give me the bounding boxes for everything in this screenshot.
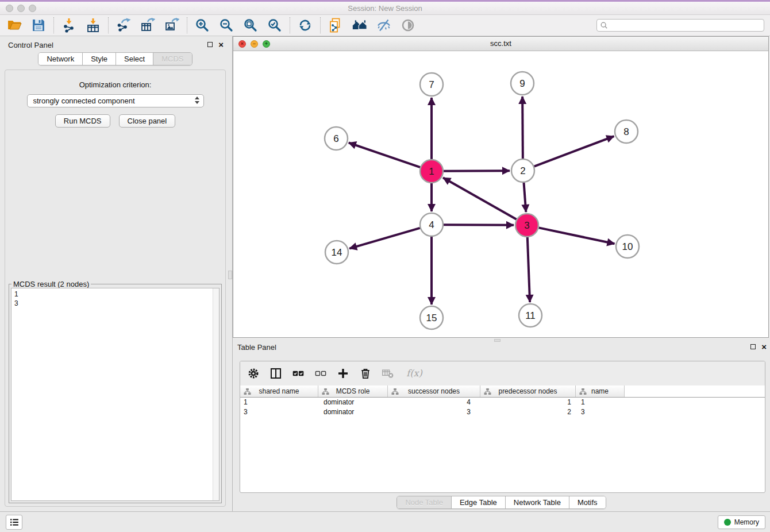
table-toolbar: f(x) <box>240 361 765 385</box>
graph-edge-2-9[interactable] <box>522 97 523 159</box>
graph-node-label: 3 <box>524 220 529 231</box>
copy-network-icon[interactable] <box>328 18 343 33</box>
tab-network-table[interactable]: Network Table <box>506 496 569 508</box>
network-minimize-button[interactable]: − <box>251 40 258 48</box>
table-cell: 1 <box>576 398 625 407</box>
refresh-layout-icon[interactable] <box>298 18 313 33</box>
graph-edge-3-1[interactable] <box>443 178 517 219</box>
search-input[interactable] <box>608 20 761 30</box>
table-row[interactable]: 1dominator411 <box>240 398 765 407</box>
table-cell: 3 <box>240 407 318 417</box>
close-panel-icon[interactable]: × <box>218 41 224 48</box>
home-networks-icon[interactable] <box>352 18 367 33</box>
graph-node-label: 14 <box>332 247 342 258</box>
graph-edge-3-11[interactable] <box>528 237 530 302</box>
zoom-selected-icon[interactable] <box>267 18 282 33</box>
tab-select[interactable]: Select <box>116 53 153 65</box>
add-column-icon[interactable] <box>337 367 349 380</box>
tab-edge-table[interactable]: Edge Table <box>452 496 506 508</box>
criterion-value: strongly connected component <box>33 97 135 105</box>
list-icon <box>9 516 20 528</box>
result-scrollbar[interactable] <box>213 288 219 500</box>
table-cell: 1 <box>480 398 576 407</box>
criterion-select[interactable]: strongly connected component <box>27 94 204 107</box>
toolbar-group-4 <box>290 18 320 33</box>
network-maximize-button[interactable]: + <box>263 40 270 48</box>
graph-edge-2-8[interactable] <box>534 136 614 166</box>
select-all-columns-icon[interactable] <box>292 367 305 380</box>
memory-button[interactable]: Memory <box>718 515 765 529</box>
tab-motifs[interactable]: Motifs <box>569 496 606 508</box>
table-cell: 4 <box>388 398 480 407</box>
export-table-icon[interactable] <box>140 18 155 33</box>
graph-edge-3-10[interactable] <box>539 228 615 244</box>
column-header-successor-nodes[interactable]: successor nodes <box>388 385 480 397</box>
main-toolbar <box>0 15 770 36</box>
delete-column-icon[interactable] <box>359 367 372 380</box>
graph-edge-4-14[interactable] <box>349 228 420 249</box>
deselect-all-columns-icon[interactable] <box>314 367 327 380</box>
graph-node-label: 1 <box>429 166 434 177</box>
network-graph: 7968124314101511 <box>233 51 768 337</box>
tab-mcds[interactable]: MCDS <box>153 53 191 65</box>
main-area: Control Panel × NetworkStyleSelectMCDS O… <box>0 36 770 511</box>
import-network-icon[interactable] <box>61 18 76 33</box>
table-panel: Table Panel × f(x) shared nameMCDS roles… <box>233 342 770 511</box>
table-row[interactable]: 3dominator323 <box>240 407 765 417</box>
graph-edge-4-3[interactable] <box>444 225 514 225</box>
graph-edge-1-2[interactable] <box>444 171 510 171</box>
vertical-splitter-grip[interactable] <box>228 271 232 279</box>
toolbar-group-1 <box>54 18 108 33</box>
toolbar-group-5 <box>321 18 423 33</box>
zoom-out-icon[interactable] <box>219 18 234 33</box>
hide-panels-icon[interactable] <box>376 18 391 33</box>
graph-edge-1-6[interactable] <box>349 142 420 167</box>
column-header-name[interactable]: name <box>576 385 625 397</box>
table-tabs: Node TableEdge TableNetwork TableMotifs <box>396 496 606 509</box>
network-window-titlebar[interactable]: × − + scc.txt <box>233 37 768 51</box>
network-close-button[interactable]: × <box>238 40 246 48</box>
save-session-icon[interactable] <box>31 18 46 33</box>
control-panel: Control Panel × NetworkStyleSelectMCDS O… <box>3 40 227 508</box>
toolbar-group-3 <box>187 18 290 33</box>
app-titlebar: Session: New Session <box>0 2 770 15</box>
graph-node-label: 11 <box>525 310 536 321</box>
graph-edge-2-3[interactable] <box>524 183 526 212</box>
task-history-button[interactable] <box>6 515 22 530</box>
zoom-fit-icon[interactable] <box>243 18 258 33</box>
table-cell: dominator <box>318 398 388 407</box>
memory-status-icon <box>724 519 731 526</box>
svg-text:f(x): f(x) <box>406 368 422 379</box>
split-columns-icon[interactable] <box>270 367 282 380</box>
graph-node-label: 4 <box>429 219 434 230</box>
close-panel-button[interactable]: Close panel <box>119 114 176 128</box>
mcds-result-line: 3 <box>14 299 219 308</box>
delete-table-icon <box>382 367 394 380</box>
search-box[interactable] <box>596 19 764 32</box>
search-icon <box>600 21 608 29</box>
export-network-icon[interactable] <box>116 18 131 33</box>
tab-node-table[interactable]: Node Table <box>397 496 452 508</box>
float-panel-icon[interactable] <box>207 42 213 47</box>
mcds-panel: Optimization criterion: strongly connect… <box>5 70 226 507</box>
tab-style[interactable]: Style <box>83 53 116 65</box>
tab-network[interactable]: Network <box>38 53 83 65</box>
run-mcds-button[interactable]: Run MCDS <box>55 114 110 128</box>
graph-node-label: 10 <box>622 241 633 252</box>
column-header-MCDS-role[interactable]: MCDS role <box>318 385 388 397</box>
close-table-panel-icon[interactable]: × <box>761 344 767 350</box>
import-table-icon[interactable] <box>86 18 101 33</box>
float-table-panel-icon[interactable] <box>750 344 756 349</box>
column-header-shared-name[interactable]: shared name <box>240 385 318 397</box>
network-canvas[interactable]: 7968124314101511 <box>233 51 768 337</box>
zoom-in-icon[interactable] <box>195 18 210 33</box>
column-header-predecessor-nodes[interactable]: predecessor nodes <box>480 385 576 397</box>
app-title: Session: New Session <box>0 4 770 13</box>
table-settings-icon[interactable] <box>247 367 260 380</box>
table-header: shared nameMCDS rolesuccessor nodesprede… <box>240 385 765 398</box>
toolbar-group-2 <box>109 18 187 33</box>
open-file-icon[interactable] <box>7 18 22 33</box>
export-image-icon[interactable] <box>164 18 179 33</box>
mcds-result-title: MCDS result (2 nodes) <box>11 280 91 288</box>
mcds-result-text[interactable]: 13 <box>11 288 220 501</box>
